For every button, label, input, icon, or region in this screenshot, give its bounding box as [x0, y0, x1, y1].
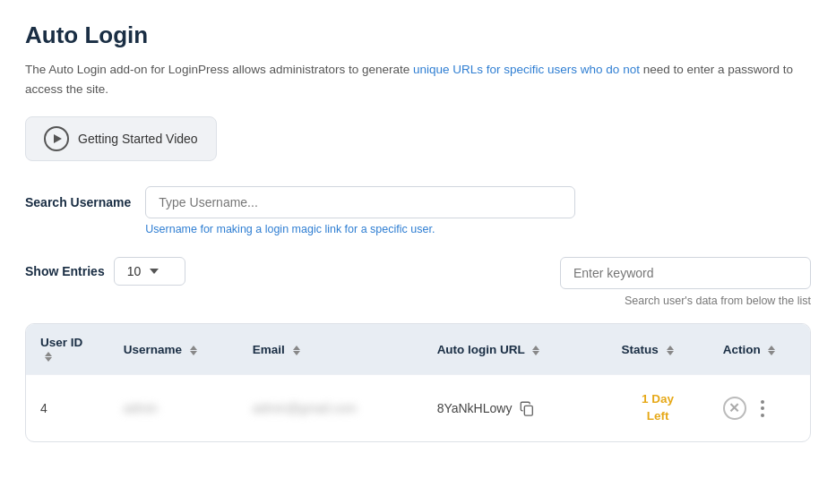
keyword-search-section: Search user's data from below the list [560, 257, 811, 307]
svg-rect-0 [525, 406, 533, 415]
action-cell: ✕ [723, 397, 796, 421]
table-header-row: User ID Username Email [26, 324, 810, 375]
cell-action: ✕ [709, 375, 810, 441]
play-icon [44, 126, 69, 151]
keyword-search-input[interactable] [560, 257, 811, 289]
search-username-hint: Username for making a login magic link f… [145, 223, 575, 235]
copy-icon[interactable] [519, 400, 535, 416]
sort-icon-user-id [45, 352, 52, 362]
users-table: User ID Username Email [26, 324, 810, 441]
url-cell: 8YaNkHLowy [437, 400, 593, 416]
col-header-user-id[interactable]: User ID [26, 324, 109, 375]
url-value: 8YaNkHLowy [437, 401, 513, 415]
col-header-status[interactable]: Status [608, 324, 709, 375]
more-options-button[interactable] [757, 397, 768, 421]
cell-username: admin [109, 375, 238, 441]
show-entries-label: Show Entries [25, 264, 105, 278]
page-title: Auto Login [25, 21, 811, 49]
cell-auto-login-url: 8YaNkHLowy [423, 375, 608, 441]
email-blurred: admin@gmail.com [253, 401, 357, 415]
sort-icon-status [667, 346, 674, 355]
col-header-username[interactable]: Username [109, 324, 238, 375]
entries-value: 10 [127, 264, 142, 278]
video-button-label: Getting Started Video [78, 132, 198, 146]
description-link[interactable]: unique URLs for specific users who do no… [413, 63, 640, 76]
cell-user-id: 4 [26, 375, 109, 441]
search-username-section: Search Username Username for making a lo… [25, 186, 811, 235]
getting-started-video-button[interactable]: Getting Started Video [25, 116, 217, 161]
sort-icon-email [293, 346, 300, 355]
status-days: 1 Day Left [622, 391, 694, 425]
cell-status: 1 Day Left [608, 375, 709, 441]
sort-icon-username [190, 346, 197, 355]
cell-email: admin@gmail.com [238, 375, 423, 441]
cancel-button[interactable]: ✕ [723, 397, 746, 420]
search-username-label: Search Username [25, 186, 131, 209]
col-header-action[interactable]: Action [709, 324, 810, 375]
search-username-input[interactable] [145, 186, 575, 218]
sort-icon-action [768, 346, 775, 355]
username-blurred: admin [124, 401, 158, 415]
search-username-field-wrap: Username for making a login magic link f… [145, 186, 575, 235]
users-table-wrap: User ID Username Email [25, 323, 811, 442]
page-description: The Auto Login add-on for LoginPress all… [25, 60, 796, 98]
col-header-auto-login-url[interactable]: Auto login URL [423, 324, 608, 375]
controls-row: Show Entries 10 Search user's data from … [25, 257, 811, 307]
show-entries-section: Show Entries 10 [25, 257, 185, 286]
chevron-down-icon [150, 269, 159, 274]
table-row: 4 admin admin@gmail.com 8YaNkHLowy [26, 375, 810, 441]
entries-select[interactable]: 10 [114, 257, 185, 286]
keyword-hint: Search user's data from below the list [625, 295, 811, 307]
sort-icon-url [532, 346, 539, 355]
col-header-email[interactable]: Email [238, 324, 423, 375]
